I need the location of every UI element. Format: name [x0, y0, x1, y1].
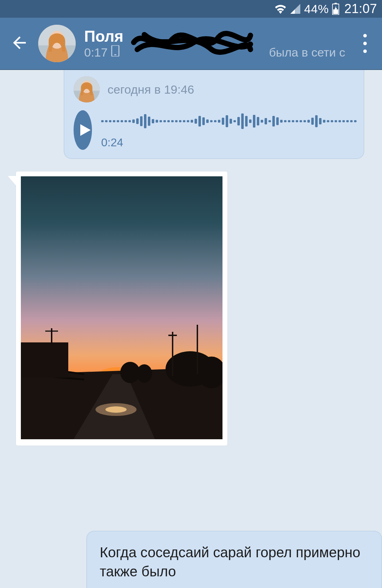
status-bar: 44% 21:07 [0, 0, 382, 18]
play-button[interactable] [74, 110, 92, 150]
outgoing-text-message[interactable]: Когда соседсаий сарай горел примерно так… [86, 531, 382, 588]
chat-header: Поля 0:17 была в сети с [0, 18, 382, 70]
bubble-tail [8, 176, 17, 187]
svg-point-21 [137, 364, 152, 383]
photo-attachment[interactable] [21, 176, 222, 439]
message-text: Когда соседсаий сарай горел примерно так… [100, 545, 360, 579]
svg-rect-1 [335, 3, 337, 4]
battery-percent: 44% [304, 2, 329, 16]
incoming-audio-message[interactable]: сегодня в 19:46 0:24 [64, 70, 364, 159]
signal-icon [290, 4, 301, 14]
contact-avatar[interactable] [38, 25, 76, 62]
wifi-icon [274, 4, 286, 14]
menu-button[interactable] [358, 34, 372, 53]
back-button[interactable] [10, 33, 38, 54]
presence-text: была в сети с [269, 46, 358, 59]
last-seen-time-fragment: 0:17 [84, 46, 108, 59]
audio-waveform[interactable] [101, 111, 357, 131]
svg-point-26 [105, 406, 127, 413]
battery-charging-icon [332, 3, 339, 15]
svg-rect-15 [21, 342, 68, 378]
incoming-photo-message[interactable] [16, 171, 228, 446]
redaction-scribble [130, 25, 254, 57]
message-timestamp: сегодня в 19:46 [108, 83, 194, 96]
contact-title-block[interactable]: Поля 0:17 была в сети с [84, 28, 358, 59]
sender-avatar[interactable] [74, 76, 100, 102]
clock: 21:07 [344, 1, 377, 16]
audio-duration: 0:24 [101, 136, 357, 149]
svg-rect-7 [114, 54, 116, 55]
mobile-icon [111, 45, 120, 59]
chat-scroll-area[interactable]: сегодня в 19:46 0:24 [0, 70, 382, 446]
